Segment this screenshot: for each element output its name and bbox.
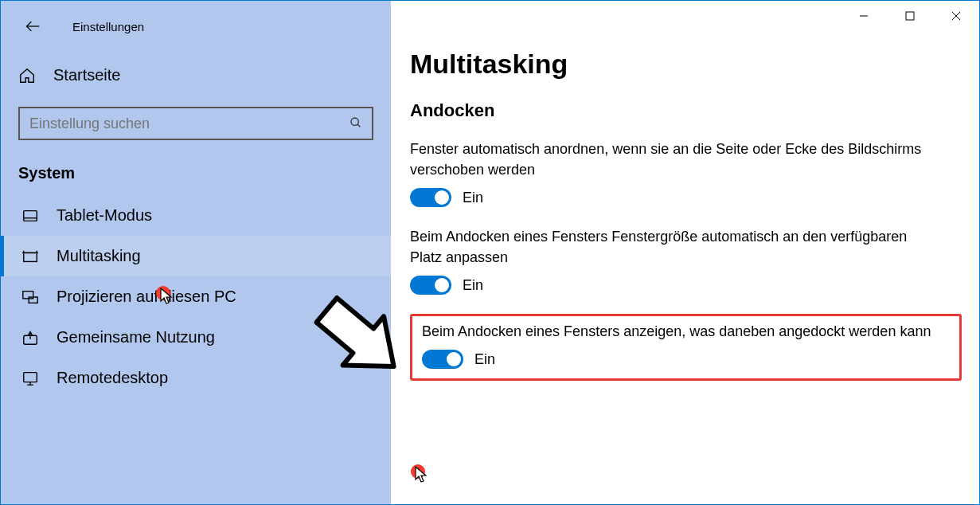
toggle-knob bbox=[435, 190, 449, 205]
toggle-row: Ein bbox=[422, 350, 950, 369]
sidebar-item-label: Remotedesktop bbox=[57, 369, 168, 387]
setting-label: Beim Andocken eines Fensters anzeigen, w… bbox=[422, 321, 947, 342]
svg-point-1 bbox=[351, 118, 358, 125]
multitasking-icon bbox=[21, 248, 39, 265]
toggle-switch[interactable] bbox=[422, 350, 463, 369]
home-link[interactable]: Startseite bbox=[1, 58, 391, 92]
sidebar-item-label: Gemeinsame Nutzung bbox=[57, 328, 215, 346]
section-title: Andocken bbox=[410, 100, 962, 121]
toggle-state: Ein bbox=[463, 190, 483, 206]
remote-icon bbox=[21, 370, 39, 387]
maximize-button[interactable] bbox=[887, 1, 933, 31]
window-title: Einstellungen bbox=[72, 20, 144, 33]
titlebar-controls bbox=[841, 1, 979, 31]
search-input[interactable] bbox=[29, 115, 329, 132]
shared-icon bbox=[21, 329, 39, 346]
page-title: Multitasking bbox=[410, 49, 962, 80]
toggle-switch[interactable] bbox=[410, 188, 451, 207]
settings-sidebar: Einstellungen Startseite System Tablet-M… bbox=[1, 1, 391, 504]
setting-item: Beim Andocken eines Fensters Fenstergröß… bbox=[410, 226, 962, 295]
setting-label: Beim Andocken eines Fensters Fenstergröß… bbox=[410, 226, 935, 268]
toggle-row: Ein bbox=[410, 276, 962, 295]
sidebar-item-label: Multitasking bbox=[57, 247, 141, 265]
close-button[interactable] bbox=[933, 1, 979, 31]
setting-item: Fenster automatisch anordnen, wenn sie a… bbox=[410, 139, 962, 207]
highlighted-setting: Beim Andocken eines Fensters anzeigen, w… bbox=[410, 314, 962, 381]
setting-item: Beim Andocken eines Fensters anzeigen, w… bbox=[422, 321, 950, 369]
category-label: System bbox=[1, 155, 391, 190]
sidebar-item-label: Tablet-Modus bbox=[57, 206, 152, 225]
close-icon bbox=[951, 11, 961, 21]
project-icon bbox=[21, 288, 39, 306]
sidebar-item-label: Projizieren auf diesen PC bbox=[57, 288, 236, 306]
toggle-state: Ein bbox=[463, 277, 483, 294]
back-arrow-icon bbox=[25, 18, 41, 34]
sidebar-item-tablet[interactable]: Tablet-Modus bbox=[1, 195, 391, 236]
setting-label: Fenster automatisch anordnen, wenn sie a… bbox=[410, 139, 935, 180]
maximize-icon bbox=[905, 11, 915, 21]
cursor-icon bbox=[415, 466, 429, 483]
svg-rect-13 bbox=[24, 372, 37, 382]
annotation-arrow-icon bbox=[287, 267, 415, 394]
search-box[interactable] bbox=[18, 107, 373, 140]
tablet-icon bbox=[21, 207, 39, 225]
svg-rect-3 bbox=[24, 210, 37, 221]
toggle-row: Ein bbox=[410, 188, 962, 207]
sidebar-topbar: Einstellungen bbox=[1, 9, 391, 58]
svg-rect-17 bbox=[906, 12, 914, 20]
svg-rect-5 bbox=[24, 252, 37, 261]
main-content: Multitasking Andocken Fenster automatisc… bbox=[391, 1, 979, 504]
minimize-icon bbox=[859, 11, 869, 21]
cursor-icon bbox=[160, 288, 174, 305]
home-label: Startseite bbox=[53, 66, 120, 84]
svg-line-2 bbox=[357, 124, 360, 127]
toggle-state: Ein bbox=[474, 351, 495, 368]
minimize-button[interactable] bbox=[841, 1, 887, 31]
toggle-knob bbox=[447, 352, 461, 366]
toggle-knob bbox=[435, 278, 449, 292]
back-button[interactable] bbox=[20, 14, 45, 39]
toggle-switch[interactable] bbox=[410, 276, 451, 295]
search-icon bbox=[349, 116, 362, 131]
home-icon bbox=[18, 67, 36, 84]
